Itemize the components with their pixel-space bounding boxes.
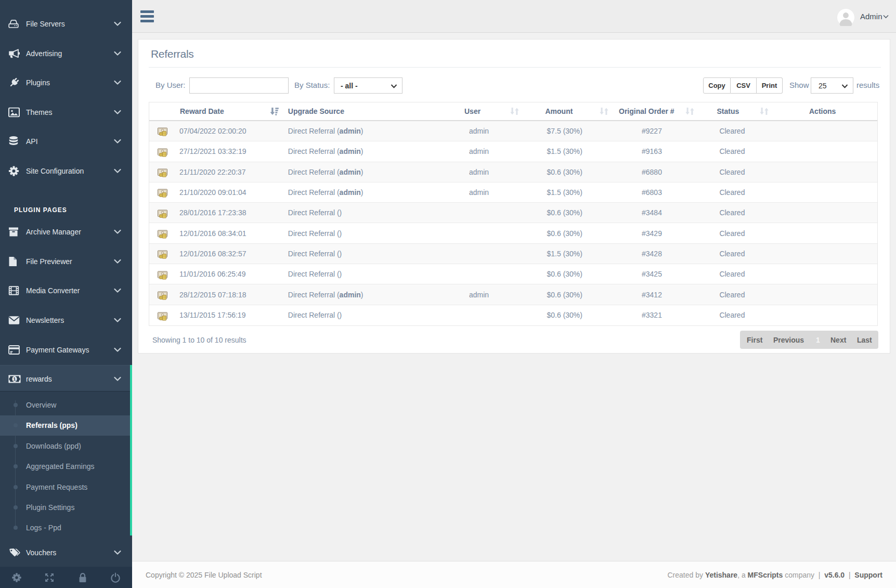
svg-text:1: 1 [13, 376, 16, 382]
